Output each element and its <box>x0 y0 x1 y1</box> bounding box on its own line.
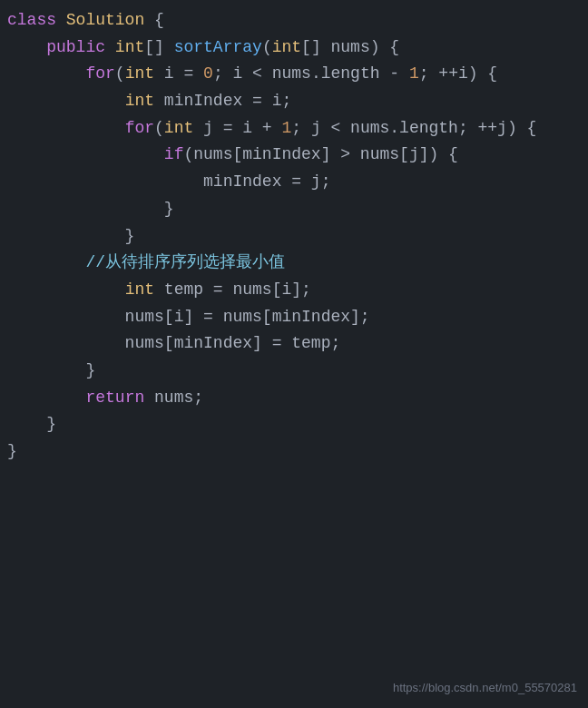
code-token: if <box>164 145 184 163</box>
code-line: } <box>7 358 577 385</box>
code-token: sortArray <box>174 38 262 56</box>
code-token <box>7 253 85 271</box>
code-token: } <box>7 415 56 433</box>
code-line: public int[] sortArray(int[] nums) { <box>7 34 577 62</box>
code-token <box>7 119 125 137</box>
code-token: i = <box>154 64 203 83</box>
code-token <box>105 38 115 56</box>
code-token: ; ++i) { <box>419 64 497 83</box>
code-token: nums[minIndex] = temp; <box>7 334 340 352</box>
code-line: class Solution { <box>7 7 577 34</box>
code-token: [] <box>144 38 173 56</box>
code-token: int <box>272 38 301 56</box>
code-line: } <box>7 438 577 466</box>
code-token <box>7 38 46 56</box>
code-token: int <box>115 38 144 56</box>
code-line: } <box>7 196 577 223</box>
code-token: ( <box>262 38 272 56</box>
code-token: ( <box>154 119 164 137</box>
code-token: nums; <box>144 388 203 407</box>
code-token: [] nums) { <box>301 38 399 56</box>
code-token: 1 <box>409 64 419 83</box>
code-token: class <box>7 11 66 29</box>
code-token: } <box>7 227 134 245</box>
code-token <box>7 388 85 407</box>
code-token: public <box>46 38 105 56</box>
code-token: ; j < nums.length; ++j) { <box>291 119 536 137</box>
code-token: minIndex = i; <box>154 92 291 110</box>
code-token: ; i < nums.length - <box>213 64 409 83</box>
code-token: ( <box>115 64 125 83</box>
code-token: for <box>85 64 114 83</box>
code-line: } <box>7 223 577 251</box>
code-token <box>7 92 125 110</box>
code-token <box>7 64 85 83</box>
code-line: for(int j = i + 1; j < nums.length; ++j)… <box>7 115 577 143</box>
code-token: return <box>85 388 144 407</box>
code-token: temp = nums[i]; <box>154 280 311 299</box>
code-token: (nums[minIndex] > nums[j]) { <box>183 145 457 163</box>
code-token: //从待排序序列选择最小值 <box>85 253 285 271</box>
code-token: int <box>125 64 154 83</box>
code-line: if(nums[minIndex] > nums[j]) { <box>7 142 577 169</box>
code-token <box>7 145 164 163</box>
code-token: Solution <box>66 11 144 29</box>
code-token: } <box>7 361 95 379</box>
code-line: nums[minIndex] = temp; <box>7 330 577 358</box>
code-token: for <box>125 119 154 137</box>
code-line: int minIndex = i; <box>7 88 577 115</box>
code-line: minIndex = j; <box>7 169 577 196</box>
code-line: nums[i] = nums[minIndex]; <box>7 304 577 331</box>
code-line: for(int i = 0; i < nums.length - 1; ++i)… <box>7 61 577 88</box>
code-token: int <box>164 119 193 137</box>
code-token: 1 <box>281 119 291 137</box>
code-line: int temp = nums[i]; <box>7 277 577 304</box>
code-token: { <box>144 11 164 29</box>
code-block: class Solution { public int[] sortArray(… <box>7 7 577 466</box>
code-token <box>7 280 125 299</box>
code-line: //从待排序序列选择最小值 <box>7 250 577 277</box>
code-token: int <box>125 92 154 110</box>
code-token: } <box>7 442 17 460</box>
code-line: return nums; <box>7 385 577 412</box>
code-container: class Solution { public int[] sortArray(… <box>0 0 588 708</box>
code-token: j = i + <box>193 119 281 137</box>
code-token: minIndex = j; <box>7 172 330 191</box>
watermark: https://blog.csdn.net/m0_55570281 <box>393 678 577 697</box>
code-token: nums[i] = nums[minIndex]; <box>7 308 370 326</box>
code-token: 0 <box>203 64 213 83</box>
code-token: int <box>125 280 154 299</box>
code-token: } <box>7 200 174 218</box>
code-line: } <box>7 411 577 438</box>
